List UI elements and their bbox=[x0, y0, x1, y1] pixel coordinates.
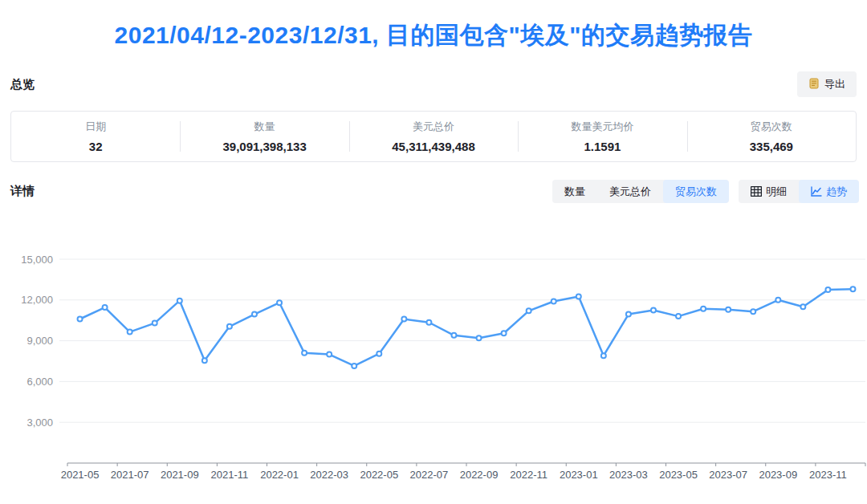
svg-text:2023-11: 2023-11 bbox=[809, 469, 847, 481]
svg-text:2023-05: 2023-05 bbox=[659, 469, 698, 481]
export-document-icon bbox=[808, 78, 820, 91]
stat-trade-count: 贸易次数 335,469 bbox=[687, 120, 856, 153]
svg-text:2023-09: 2023-09 bbox=[759, 469, 797, 481]
metric-tab-group: 数量 美元总价 贸易次数 bbox=[552, 180, 729, 203]
tab-label: 贸易次数 bbox=[675, 186, 717, 197]
stat-label: 数量 bbox=[180, 120, 348, 134]
overview-heading: 总览 bbox=[10, 77, 35, 92]
svg-text:2022-07: 2022-07 bbox=[410, 469, 449, 481]
svg-text:2022-09: 2022-09 bbox=[460, 469, 499, 481]
export-label: 导出 bbox=[824, 77, 845, 91]
svg-text:2021-11: 2021-11 bbox=[211, 469, 249, 481]
svg-text:2023-03: 2023-03 bbox=[609, 469, 648, 481]
svg-text:9,000: 9,000 bbox=[26, 335, 53, 347]
stat-value: 45,311,439,488 bbox=[349, 140, 518, 153]
tab-groups: 数量 美元总价 贸易次数 明细 bbox=[552, 180, 859, 203]
svg-text:2023-07: 2023-07 bbox=[709, 469, 747, 481]
stat-quantity: 数量 39,091,398,133 bbox=[180, 120, 348, 153]
trend-line-icon bbox=[811, 186, 822, 197]
svg-text:12,000: 12,000 bbox=[21, 294, 53, 306]
tab-trend-view[interactable]: 趋势 bbox=[799, 180, 859, 203]
svg-text:2023-01: 2023-01 bbox=[560, 469, 598, 481]
overview-header-row: 总览 导出 bbox=[10, 71, 857, 98]
report-title: 2021/04/12-2023/12/31, 目的国包含"埃及"的交易趋势报告 bbox=[0, 19, 867, 52]
svg-text:2022-05: 2022-05 bbox=[360, 469, 398, 481]
report-page: 2021/04/12-2023/12/31, 目的国包含"埃及"的交易趋势报告 … bbox=[0, 0, 867, 504]
tab-label: 美元总价 bbox=[609, 186, 651, 197]
tab-detail-view[interactable]: 明细 bbox=[739, 180, 799, 203]
svg-text:2021-05: 2021-05 bbox=[61, 469, 100, 481]
overview-stats-card: 日期 32 数量 39,091,398,133 美元总价 45,311,439,… bbox=[10, 111, 857, 162]
tab-label: 数量 bbox=[564, 186, 585, 197]
table-icon bbox=[751, 186, 762, 197]
details-heading: 详情 bbox=[10, 184, 35, 199]
stat-avg-usd-price: 数量美元均价 1.1591 bbox=[518, 120, 686, 153]
svg-text:3,000: 3,000 bbox=[26, 417, 53, 429]
stat-label: 数量美元均价 bbox=[518, 120, 686, 134]
stat-label: 贸易次数 bbox=[687, 120, 856, 134]
stat-label: 日期 bbox=[11, 120, 180, 134]
tab-label: 明细 bbox=[766, 186, 787, 197]
details-header-row: 详情 数量 美元总价 贸易次数 bbox=[10, 178, 859, 204]
tab-label: 趋势 bbox=[826, 186, 847, 197]
trend-line-chart: 3,0006,0009,00012,00015,0002021-052021-0… bbox=[0, 226, 867, 496]
stat-value: 335,469 bbox=[687, 140, 856, 153]
stat-label: 美元总价 bbox=[349, 120, 518, 134]
view-tab-group: 明细 趋势 bbox=[739, 180, 859, 203]
tab-trade-count[interactable]: 贸易次数 bbox=[663, 180, 729, 203]
svg-text:2022-03: 2022-03 bbox=[310, 469, 348, 481]
stat-value: 39,091,398,133 bbox=[180, 140, 348, 153]
tab-quantity[interactable]: 数量 bbox=[552, 180, 597, 203]
svg-text:2022-11: 2022-11 bbox=[510, 469, 547, 481]
svg-text:6,000: 6,000 bbox=[26, 376, 53, 388]
export-button[interactable]: 导出 bbox=[797, 71, 857, 97]
svg-text:15,000: 15,000 bbox=[21, 254, 53, 266]
svg-text:2021-07: 2021-07 bbox=[111, 469, 149, 481]
stat-dates: 日期 32 bbox=[11, 120, 180, 153]
stat-usd-total: 美元总价 45,311,439,488 bbox=[349, 120, 518, 153]
svg-text:2022-01: 2022-01 bbox=[260, 469, 299, 481]
tab-usd-total[interactable]: 美元总价 bbox=[597, 180, 663, 203]
stat-value: 1.1591 bbox=[518, 140, 686, 153]
svg-text:2021-09: 2021-09 bbox=[161, 469, 199, 481]
stat-value: 32 bbox=[11, 140, 180, 153]
